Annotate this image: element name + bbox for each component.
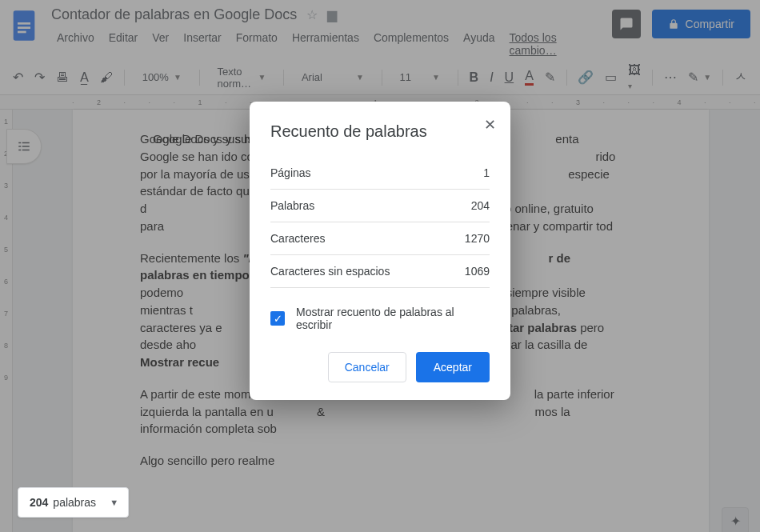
dialog-title: Recuento de palabras	[270, 122, 490, 141]
checkbox-label: Mostrar recuento de palabras al escribir	[296, 306, 490, 331]
word-count-number: 204	[30, 496, 48, 509]
stat-label: Páginas	[270, 166, 311, 179]
stat-value: 1069	[465, 265, 490, 278]
stat-value: 1270	[465, 232, 490, 245]
stat-row-pages: Páginas 1	[270, 157, 490, 190]
stat-label: Caracteres	[270, 232, 325, 245]
word-count-footer[interactable]: 204 palabras ▼	[18, 487, 129, 518]
stat-label: Caracteres sin espacios	[270, 265, 390, 278]
cancel-button[interactable]: Cancelar	[328, 352, 406, 382]
stat-row-chars-no-spaces: Caracteres sin espacios 1069	[270, 255, 490, 288]
show-while-typing-option[interactable]: ✓ Mostrar recuento de palabras al escrib…	[270, 306, 490, 331]
stat-value: 204	[471, 199, 490, 212]
checkbox-checked-icon[interactable]: ✓	[270, 311, 285, 326]
word-count-dialog: Recuento de palabras ✕ Páginas 1 Palabra…	[250, 102, 510, 400]
word-count-label: palabras	[53, 496, 96, 509]
stat-row-words: Palabras 204	[270, 190, 490, 222]
stat-value: 1	[483, 166, 490, 179]
accept-button[interactable]: Aceptar	[416, 352, 490, 382]
stat-row-chars: Caracteres 1270	[270, 222, 490, 255]
chevron-down-icon: ▼	[110, 498, 118, 507]
close-icon[interactable]: ✕	[484, 116, 496, 134]
modal-overlay: Recuento de palabras ✕ Páginas 1 Palabra…	[0, 0, 760, 532]
stat-label: Palabras	[270, 199, 314, 212]
